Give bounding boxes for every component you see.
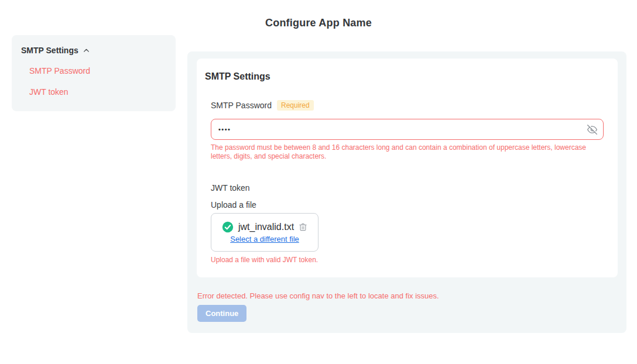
smtp-settings-card: SMTP Settings SMTP Password Required [197, 59, 618, 277]
required-badge: Required [277, 100, 314, 111]
password-field-label: SMTP Password [211, 100, 272, 111]
config-nav-sidebar: SMTP Settings SMTP Password JWT token [12, 35, 176, 111]
card-title: SMTP Settings [197, 59, 618, 81]
uploaded-file-row: jwt_invalid.txt [222, 221, 307, 233]
select-different-file-link[interactable]: Select a different file [230, 235, 299, 243]
page-title: Configure App Name [0, 17, 637, 29]
jwt-token-field-label: JWT token [211, 183, 604, 193]
eye-off-icon [587, 125, 597, 135]
sidebar-item-jwt-token[interactable]: JWT token [29, 87, 69, 97]
sidebar-section-smtp-settings[interactable]: SMTP Settings [21, 46, 166, 55]
config-panel: SMTP Settings SMTP Password Required [187, 51, 626, 333]
upload-file-label: Upload a file [211, 200, 604, 210]
sidebar-item-smtp-password[interactable]: SMTP Password [29, 66, 90, 75]
uploaded-file-name: jwt_invalid.txt [238, 222, 294, 232]
chevron-up-icon [83, 47, 90, 54]
panel-error-text: Error detected. Please use config nav to… [197, 291, 439, 300]
uploaded-file-box: jwt_invalid.txt Select a different file [211, 213, 318, 252]
trash-icon [299, 222, 307, 232]
toggle-password-visibility-button[interactable] [581, 119, 603, 139]
check-circle-icon [222, 221, 234, 233]
sidebar-item-list: SMTP Password JWT token [29, 66, 166, 97]
continue-button[interactable]: Continue [197, 305, 246, 322]
password-label-row: SMTP Password Required [211, 100, 604, 111]
password-input-wrapper [211, 119, 604, 140]
sidebar-section-label: SMTP Settings [21, 46, 78, 55]
password-error-text: The password must be between 8 and 16 ch… [211, 143, 604, 161]
delete-file-button[interactable] [299, 222, 307, 232]
smtp-settings-form: SMTP Password Required The p [211, 100, 604, 264]
jwt-error-text: Upload a file with valid JWT token. [211, 256, 604, 264]
smtp-password-input[interactable] [211, 126, 581, 133]
